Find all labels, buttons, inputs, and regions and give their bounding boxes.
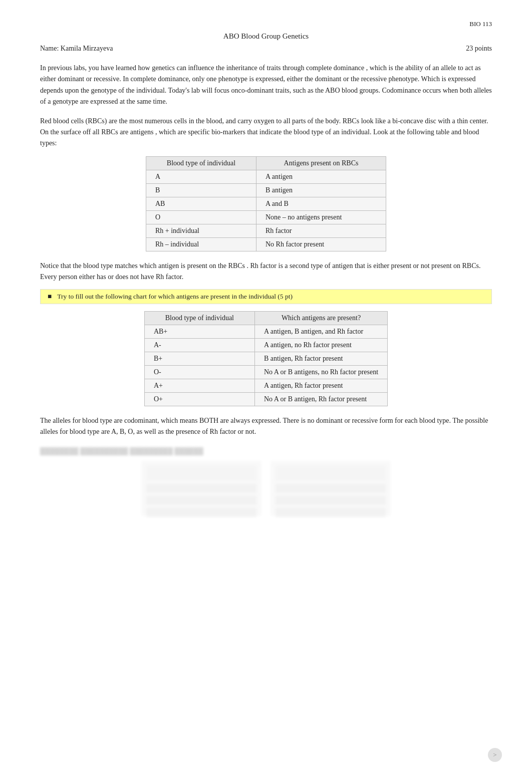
table2-header-col1: Blood type of individual <box>144 311 254 325</box>
blurred-text-1: ████████ ██████████ █████████ ██████ <box>40 446 492 456</box>
highlight-instruction-text: Try to fill out the following chart for … <box>57 293 293 300</box>
intro-paragraph: In previous labs, you have learned how g… <box>40 63 492 108</box>
table1-antigen: No Rh factor present <box>256 237 386 251</box>
points-label: 23 points <box>466 45 492 53</box>
antigens-present-table: Blood type of individual Which antigens … <box>144 311 388 406</box>
table2-blood-type: A- <box>144 338 254 352</box>
blurred-table-left <box>141 461 261 516</box>
table-row: O+No A or B antigen, Rh factor present <box>144 392 387 406</box>
highlight-instruction-box: ■ Try to fill out the following chart fo… <box>40 289 492 304</box>
table-row: AA antigen <box>146 170 386 183</box>
table2-container: Blood type of individual Which antigens … <box>40 311 492 406</box>
page-title: ABO Blood Group Genetics <box>40 32 492 41</box>
page-corner-icon: > <box>488 748 502 762</box>
table1-header-col1: Blood type of individual <box>146 156 256 170</box>
table2-antigens-present: B antigen, Rh factor present <box>254 352 387 365</box>
table1-blood-type: AB <box>146 197 256 210</box>
table-row: Rh – individualNo Rh factor present <box>146 237 386 251</box>
table1-blood-type: Rh – individual <box>146 237 256 251</box>
table-row: A-A antigen, no Rh factor present <box>144 338 387 352</box>
title-text: ABO Blood Group Genetics <box>223 32 309 40</box>
name-label: Name: Kamila Mirzayeva <box>40 45 113 53</box>
table2-antigens-present: A antigen, no Rh factor present <box>254 338 387 352</box>
table1-blood-type: B <box>146 183 256 197</box>
table-row: B+B antigen, Rh factor present <box>144 352 387 365</box>
table2-antigens-present: No A or B antigen, Rh factor present <box>254 392 387 406</box>
table1-antigen: B antigen <box>256 183 386 197</box>
table2-blood-type: B+ <box>144 352 254 365</box>
alleles-paragraph: The alleles for blood type are codominan… <box>40 415 492 438</box>
blurred-table-right <box>271 461 391 516</box>
course-code: BIO 113 <box>40 20 492 28</box>
table2-blood-type: A+ <box>144 379 254 392</box>
page: BIO 113 ABO Blood Group Genetics Name: K… <box>0 0 532 782</box>
blood-type-antigens-table: Blood type of individual Antigens presen… <box>146 156 386 251</box>
table2-antigens-present: A antigen, B antigen, and Rh factor <box>254 325 387 338</box>
table2-antigens-present: No A or B antigens, no Rh factor present <box>254 365 387 379</box>
page-icon-symbol: > <box>493 751 496 759</box>
course-code-label: BIO 113 <box>469 20 492 28</box>
table-row: BB antigen <box>146 183 386 197</box>
table2-blood-type: AB+ <box>144 325 254 338</box>
table-row: Rh + individualRh factor <box>146 224 386 237</box>
table2-header-col2: Which antigens are present? <box>254 311 387 325</box>
blurred-tables-row <box>40 461 492 516</box>
table1-antigen: A and B <box>256 197 386 210</box>
rbc-paragraph: Red blood cells (RBCs) are the most nume… <box>40 116 492 149</box>
table1-antigen: None – no antigens present <box>256 210 386 224</box>
table1-blood-type: O <box>146 210 256 224</box>
table1-blood-type: A <box>146 170 256 183</box>
table-row: A+A antigen, Rh factor present <box>144 379 387 392</box>
table-row: O-No A or B antigens, no Rh factor prese… <box>144 365 387 379</box>
blurred-content: ████████ ██████████ █████████ ██████ <box>40 446 492 515</box>
table2-blood-type: O+ <box>144 392 254 406</box>
table1-antigen: Rh factor <box>256 224 386 237</box>
table-row: ONone – no antigens present <box>146 210 386 224</box>
name-points-row: Name: Kamila Mirzayeva 23 points <box>40 45 492 53</box>
table2-antigens-present: A antigen, Rh factor present <box>254 379 387 392</box>
table1-antigen: A antigen <box>256 170 386 183</box>
table2-blood-type: O- <box>144 365 254 379</box>
table-row: AB+A antigen, B antigen, and Rh factor <box>144 325 387 338</box>
table1-blood-type: Rh + individual <box>146 224 256 237</box>
bullet-icon: ■ <box>48 293 52 300</box>
table-row: ABA and B <box>146 197 386 210</box>
table1-header-col2: Antigens present on RBCs <box>256 156 386 170</box>
table1-container: Blood type of individual Antigens presen… <box>40 156 492 251</box>
notice-paragraph: Notice that the blood type matches which… <box>40 260 492 283</box>
